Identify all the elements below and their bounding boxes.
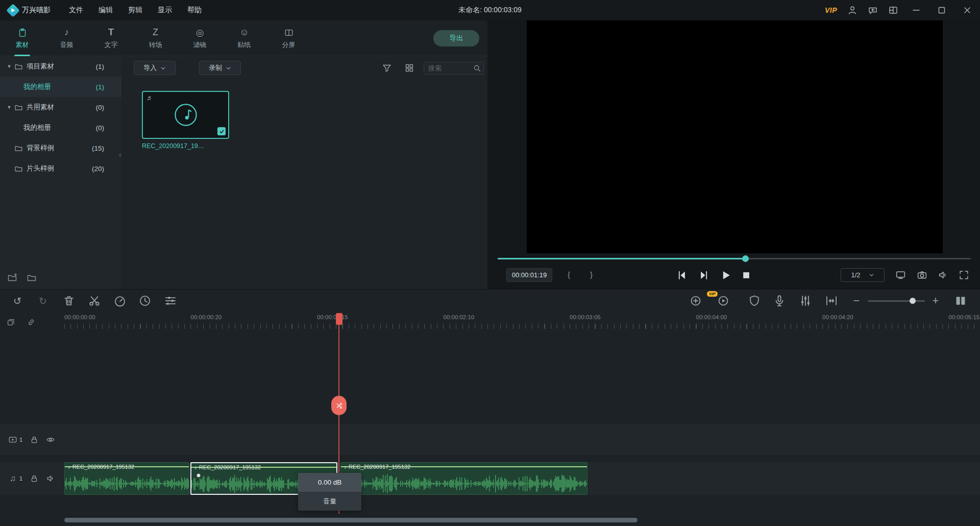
tab-滤镜[interactable]: ◎滤镜 xyxy=(178,20,222,56)
undo-button[interactable]: ↺ xyxy=(11,294,24,307)
tab-转场[interactable]: Z转场 xyxy=(133,20,178,56)
sidebar-item-5[interactable]: 片头样例(20) xyxy=(0,158,121,179)
sidebar-item-0[interactable]: ▼项目素材(1) xyxy=(0,56,121,77)
seek-knob[interactable] xyxy=(742,255,749,262)
track-layout-toggle[interactable] xyxy=(954,294,967,307)
playhead-handle[interactable] xyxy=(336,313,342,325)
media-thumbnail: ♬ xyxy=(142,91,229,139)
menu-item-4[interactable]: 帮助 xyxy=(187,6,202,15)
split-scissors-button[interactable] xyxy=(88,294,101,307)
mark-in-button[interactable]: { xyxy=(568,270,570,279)
sidebar-item-3[interactable]: 我的相册(0) xyxy=(0,117,121,138)
fullscreen-icon[interactable] xyxy=(959,270,969,280)
feedback-icon[interactable] xyxy=(868,5,878,15)
record-voiceover-button[interactable] xyxy=(773,294,786,307)
menu-item-0[interactable]: 文件 xyxy=(69,6,83,15)
folder-icon[interactable] xyxy=(27,273,37,283)
close-icon xyxy=(962,5,972,15)
sidebar-item-2[interactable]: ▼共用素材(0) xyxy=(0,97,121,117)
tab-label: 文字 xyxy=(105,40,118,50)
grid-view-icon[interactable] xyxy=(404,63,414,73)
tab-label: 分屏 xyxy=(282,40,296,50)
zoom-out-button[interactable]: − xyxy=(850,294,863,307)
eye-icon[interactable] xyxy=(46,435,55,444)
speed-button[interactable] xyxy=(113,294,127,307)
fit-timeline-button[interactable] xyxy=(825,294,838,307)
media-panel: 素材♪音频T文字Z转场◎滤镜☺贴纸分屏 导出 ▼项目素材(1)我的相册(1)▼共… xyxy=(0,20,487,289)
duration-button[interactable] xyxy=(138,294,152,307)
keyframe-button[interactable] xyxy=(689,294,702,307)
folder-icon xyxy=(14,62,23,71)
lock-icon[interactable] xyxy=(30,474,39,483)
mark-out-button[interactable]: } xyxy=(590,270,593,279)
sidebar-collapse-handle[interactable]: ‹ xyxy=(119,151,121,159)
tab-音频[interactable]: ♪音频 xyxy=(44,20,89,56)
folder-label: 我的相册 xyxy=(23,123,51,132)
next-frame-button[interactable] xyxy=(697,269,710,282)
play-button[interactable] xyxy=(719,269,732,282)
ruler-label-4: 00:00:03:05 xyxy=(570,314,601,320)
menu-item-2[interactable]: 剪辑 xyxy=(128,6,142,15)
tab-素材[interactable]: 素材 xyxy=(0,20,44,56)
audio-track-number: 1 xyxy=(19,475,22,482)
preview-quality-dropdown[interactable]: 1/2 xyxy=(841,268,885,282)
menu-item-3[interactable]: 显示 xyxy=(158,6,172,15)
media-toolbar: 导入 录制 xyxy=(121,56,487,80)
tab-分屏[interactable]: 分屏 xyxy=(266,20,311,56)
search-icon[interactable] xyxy=(473,64,481,73)
media-browser: 导入 录制 ♬ xyxy=(121,56,487,289)
playhead-split-button[interactable] xyxy=(331,396,347,415)
record-dropdown[interactable]: 录制 xyxy=(199,61,241,75)
timeline-ruler[interactable]: 00:00:00:0000:00:00:2000:00:01:1500:00:0… xyxy=(0,313,980,329)
minimize-button[interactable] xyxy=(909,0,924,20)
expander-icon[interactable]: ▼ xyxy=(6,105,12,110)
sidebar-item-1[interactable]: 我的相册(1) xyxy=(0,77,121,97)
folder-icon xyxy=(14,144,23,153)
close-button[interactable] xyxy=(960,0,975,20)
speaker-icon[interactable] xyxy=(46,474,55,483)
expander-icon[interactable]: ▼ xyxy=(6,64,12,69)
video-track-icon xyxy=(8,435,17,444)
volume-keyframe-dot[interactable] xyxy=(197,473,201,477)
audio-clip-2[interactable]: ♪REC_20200917_195132 xyxy=(340,462,587,495)
audio-clip-0[interactable]: ♪REC_20200917_195132 xyxy=(64,462,189,495)
keyframe-play-button[interactable] xyxy=(717,294,730,307)
import-dropdown[interactable]: 导入 xyxy=(134,61,176,75)
zoom-slider-knob[interactable] xyxy=(910,298,916,304)
export-button[interactable]: 导出 xyxy=(433,30,479,46)
timeline-zoom-slider[interactable] xyxy=(868,300,925,302)
adjust-button[interactable] xyxy=(164,294,177,307)
snapshot-icon[interactable] xyxy=(917,270,927,280)
tab-label: 素材 xyxy=(16,40,29,50)
folder-count: (1) xyxy=(96,63,105,70)
media-item[interactable]: ♬ REC_20200917_19… xyxy=(142,91,229,150)
menu-item-1[interactable]: 编辑 xyxy=(99,6,113,15)
vip-badge[interactable]: VIP xyxy=(825,6,837,14)
timeline-horizontal-scrollbar[interactable] xyxy=(64,518,638,522)
splitscreen-icon xyxy=(284,28,294,38)
lock-icon[interactable] xyxy=(30,435,39,444)
filter-icon[interactable] xyxy=(382,63,392,73)
user-account-icon[interactable] xyxy=(847,5,857,15)
stabilize-shield-button[interactable] xyxy=(748,294,761,307)
stop-button[interactable] xyxy=(740,269,753,282)
workspace-layout-icon[interactable] xyxy=(888,5,898,15)
redo-button[interactable]: ↻ xyxy=(36,294,50,307)
tab-贴纸[interactable]: ☺贴纸 xyxy=(222,20,266,56)
ruler-label-6: 00:00:04:20 xyxy=(822,314,853,320)
new-folder-icon[interactable] xyxy=(7,273,17,283)
current-timecode: 00:00:01:19 xyxy=(506,268,552,282)
main-area: 素材♪音频T文字Z转场◎滤镜☺贴纸分屏 导出 ▼项目素材(1)我的相册(1)▼共… xyxy=(0,20,980,289)
audio-mixer-button[interactable] xyxy=(799,294,812,307)
display-device-icon[interactable] xyxy=(895,270,906,280)
tab-文字[interactable]: T文字 xyxy=(89,20,133,56)
sidebar-item-4[interactable]: 背景样例(15) xyxy=(0,138,121,158)
mute-speaker-icon[interactable] xyxy=(938,270,948,280)
import-label: 导入 xyxy=(143,63,157,73)
delete-button[interactable] xyxy=(62,294,76,307)
previous-frame-button[interactable] xyxy=(675,269,689,282)
maximize-button[interactable] xyxy=(934,0,949,20)
preview-seekbar[interactable] xyxy=(498,255,971,262)
folder-label: 片头样例 xyxy=(27,164,54,173)
zoom-in-button[interactable]: + xyxy=(929,294,942,307)
